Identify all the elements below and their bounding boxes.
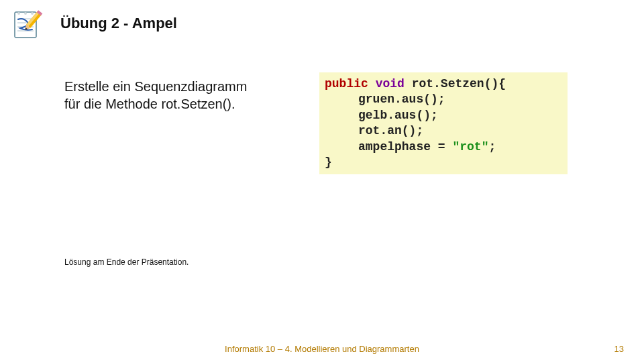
notepad-pencil-icon (11, 8, 43, 40)
keyword-void: void (376, 77, 405, 90)
footer-text: Informatik 10 – 4. Modellieren und Diagr… (0, 344, 644, 354)
method-decl: rot.Setzen(){ (405, 77, 506, 90)
code-line: } (325, 155, 562, 170)
code-line: gelb.aus(); (325, 108, 562, 123)
keyword-public: public (325, 77, 368, 90)
svg-point-4 (31, 12, 34, 15)
page-number: 13 (614, 344, 624, 354)
code-line: rot.an(); (325, 123, 562, 139)
code-line: public void rot.Setzen(){ (325, 76, 562, 92)
svg-point-2 (17, 12, 20, 15)
assign-post: ; (488, 140, 496, 154)
assign-pre: ampelphase = (358, 140, 452, 154)
slide-title: Übung 2 - Ampel (60, 15, 177, 32)
prompt-line: für die Methode rot.Setzen(). (64, 95, 292, 113)
code-line: ampelphase = "rot"; (325, 139, 562, 155)
svg-point-3 (24, 12, 27, 15)
exercise-prompt: Erstelle ein Sequenzdiagramm für die Met… (64, 78, 292, 113)
code-line: gruen.aus(); (325, 92, 562, 107)
code-snippet: public void rot.Setzen(){ gruen.aus(); g… (319, 72, 568, 174)
solution-note: Lösung am Ende der Präsentation. (64, 257, 189, 267)
prompt-line: Erstelle ein Sequenzdiagramm (64, 78, 292, 95)
string-literal: "rot" (452, 140, 488, 154)
